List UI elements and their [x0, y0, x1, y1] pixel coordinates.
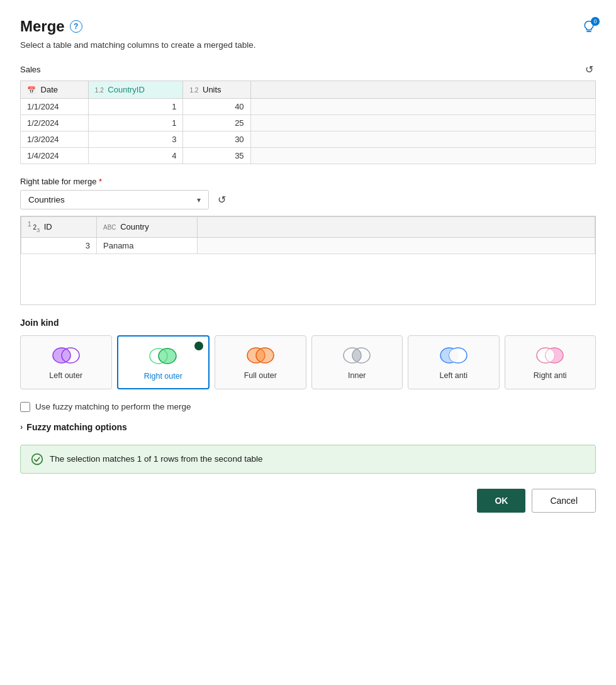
- cancel-button[interactable]: Cancel: [532, 489, 596, 513]
- countries-col-empty: [198, 217, 595, 238]
- join-card-right-outer[interactable]: Right outer: [117, 335, 210, 389]
- sales-date-3: 1/3/2024: [21, 131, 89, 148]
- venn-inner: [342, 346, 372, 365]
- countries-table-section: 123 ID ABC Country 3 Panama: [20, 216, 596, 305]
- sales-countryid-3: 3: [88, 131, 183, 148]
- success-banner: The selection matches 1 of 1 rows from t…: [20, 445, 596, 474]
- svg-point-19: [32, 454, 43, 465]
- dropdown-selected-value: Countries: [28, 195, 65, 204]
- success-message: The selection matches 1 of 1 rows from t…: [50, 454, 262, 464]
- sales-units-3: 30: [183, 131, 250, 148]
- svg-point-4: [159, 348, 176, 364]
- join-card-inner[interactable]: Inner: [311, 335, 403, 389]
- bulb-badge: 0: [591, 17, 600, 26]
- sales-countryid-4: 4: [88, 148, 183, 164]
- fuzzy-checkbox[interactable]: [20, 402, 30, 412]
- sales-col-empty: [250, 81, 595, 99]
- join-kind-label: Join kind: [20, 318, 596, 328]
- join-left-outer-label: Left outer: [49, 371, 82, 380]
- table-row: 1/3/2024 3 30: [21, 131, 596, 148]
- help-icon[interactable]: ?: [70, 20, 82, 33]
- venn-right-anti: [535, 346, 565, 365]
- sales-empty-1: [250, 99, 595, 115]
- fuzzy-section: › Fuzzy matching options: [20, 422, 596, 432]
- sales-countryid-1: 1: [88, 99, 183, 115]
- sales-units-1: 40: [183, 99, 250, 115]
- venn-left-outer: [51, 346, 81, 365]
- join-inner-label: Inner: [348, 371, 366, 380]
- join-card-left-anti[interactable]: Left anti: [408, 335, 500, 389]
- footer-buttons: OK Cancel: [20, 489, 596, 513]
- header-row: Merge ? 0: [20, 18, 596, 35]
- page-subtitle: Select a table and matching columns to c…: [20, 40, 596, 50]
- sales-section-label: Sales ↺: [20, 62, 596, 77]
- sales-countryid-2: 1: [88, 115, 183, 131]
- sales-col-units[interactable]: 1.2 Units: [183, 81, 250, 99]
- countries-table: 123 ID ABC Country 3 Panama: [21, 216, 595, 254]
- svg-point-6: [256, 348, 274, 363]
- join-card-full-outer[interactable]: Full outer: [215, 335, 306, 389]
- calendar-icon: 📅: [27, 86, 36, 94]
- selected-dot-right-outer: [194, 342, 203, 350]
- sales-units-4: 35: [183, 148, 250, 164]
- countries-col-id[interactable]: 123 ID: [21, 217, 97, 238]
- title-area: Merge ?: [20, 18, 82, 35]
- table-row: 1/1/2024 1 40: [21, 99, 596, 115]
- join-left-anti-label: Left anti: [440, 371, 468, 380]
- countries-col-country[interactable]: ABC Country: [97, 217, 198, 238]
- venn-right-outer: [148, 347, 178, 365]
- venn-full-outer: [245, 346, 276, 365]
- success-check-icon: [31, 453, 43, 465]
- join-right-outer-label: Right outer: [144, 372, 182, 381]
- table-row: 1/4/2024 4 35: [21, 148, 596, 164]
- join-options: Left outer Right outer Full outer Inner: [20, 335, 596, 389]
- fuzzy-checkbox-row: Use fuzzy matching to perform the merge: [20, 402, 596, 412]
- fuzzy-options-label: Fuzzy matching options: [26, 422, 126, 432]
- sales-refresh-button[interactable]: ↺: [583, 62, 596, 77]
- join-right-anti-label: Right anti: [534, 371, 567, 380]
- sales-empty-3: [250, 131, 595, 148]
- table-row: 3 Panama: [21, 237, 595, 253]
- chevron-down-icon: ▾: [197, 196, 201, 204]
- sales-empty-2: [250, 115, 595, 131]
- sales-empty-4: [250, 148, 595, 164]
- right-table-dropdown[interactable]: Countries ▾: [20, 190, 209, 209]
- countries-empty-1: [198, 237, 595, 253]
- join-full-outer-label: Full outer: [244, 371, 277, 380]
- ok-button[interactable]: OK: [477, 489, 525, 513]
- fuzzy-options-toggle[interactable]: › Fuzzy matching options: [20, 422, 596, 432]
- venn-left-anti: [439, 346, 469, 365]
- bulb-icon-wrapper[interactable]: 0: [582, 19, 596, 33]
- countries-id-1: 3: [21, 237, 97, 253]
- join-card-right-anti[interactable]: Right anti: [505, 335, 596, 389]
- join-card-left-outer[interactable]: Left outer: [20, 335, 112, 389]
- sales-units-2: 25: [183, 115, 250, 131]
- sales-col-countryid[interactable]: 1.2 CountryID: [88, 81, 183, 99]
- dropdown-wrapper: Countries ▾ ↺: [20, 190, 596, 209]
- sales-date-2: 1/2/2024: [21, 115, 89, 131]
- countries-empty-area: [21, 254, 595, 304]
- fuzzy-checkbox-label[interactable]: Use fuzzy matching to perform the merge: [35, 402, 191, 411]
- chevron-right-icon: ›: [20, 422, 23, 432]
- sales-date-1: 1/1/2024: [21, 99, 89, 115]
- page-title: Merge: [20, 18, 65, 35]
- sales-col-date[interactable]: 📅 Date: [21, 81, 89, 99]
- countries-country-1: Panama: [97, 237, 198, 253]
- sales-date-4: 1/4/2024: [21, 148, 89, 164]
- table-row: 1/2/2024 1 25: [21, 115, 596, 131]
- countries-refresh-button[interactable]: ↺: [215, 192, 228, 207]
- right-table-field-label: Right table for merge *: [20, 177, 596, 186]
- sales-table: 📅 Date 1.2 CountryID 1.2 Units 1/1/2024 …: [20, 81, 596, 164]
